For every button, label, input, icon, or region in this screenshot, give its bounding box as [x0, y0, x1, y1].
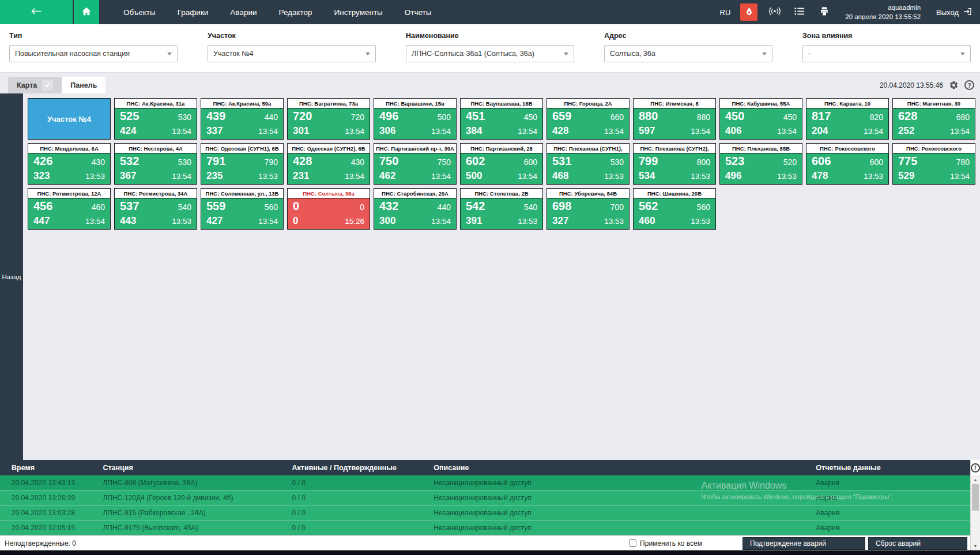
alarm-row[interactable]: 20.04.2020 13:26:39 ЛПНС-120Д4 (Героев 1…	[0, 490, 970, 505]
station-tile[interactable]: ПНС: Уборевича, 84Б 698 700 327 13:53	[546, 188, 630, 230]
station-tile[interactable]: ПНС: Старобинская, 20А 432 440 300 13:54	[374, 188, 457, 230]
station-value-secondary: 496	[725, 170, 741, 182]
back-arrow-icon	[31, 7, 42, 18]
station-value-secondary: 597	[639, 125, 655, 137]
station-value-main: 542	[466, 200, 485, 213]
filter-district-select[interactable]: Участок №4	[208, 45, 376, 62]
station-name: ПНС: Менделеева, 6А	[28, 144, 110, 153]
back-button[interactable]	[0, 0, 73, 24]
group-tile[interactable]: Участок №4	[28, 98, 111, 140]
station-tile[interactable]: ПНС: Ак.Красина, 31а 525 530 424 13:54	[114, 98, 197, 140]
sidebar-back-button[interactable]: Назад	[0, 93, 23, 460]
station-tile[interactable]: ПНС: Багратиона, 73а 720 720 301 13:54	[287, 98, 370, 140]
station-row-2: 406 13:54	[725, 125, 797, 137]
alarm-row[interactable]: 20.04.2020 12:05:15 ЛПНС-9175 (Выготског…	[0, 520, 970, 535]
station-tile[interactable]: ПНС: Кабушкина, 55А 450 450 406 13:54	[719, 98, 802, 140]
station-tile[interactable]: ПНС: Партизанский пр-т, 39А 750 750 462 …	[374, 143, 457, 185]
station-update-time: 13:53	[172, 217, 191, 226]
station-tile[interactable]: ПНС: Одесская (СУГН1), 6Б 791 790 235 13…	[201, 143, 284, 185]
station-tile[interactable]: ПНС: Солтыса, 36а 0 0 0 15:26	[287, 188, 370, 230]
print-button[interactable]	[817, 5, 832, 20]
event-list-button[interactable]	[792, 5, 807, 20]
panel-toolbar: 20.04.2020 13:55:46 ?	[880, 77, 980, 93]
station-tile[interactable]: ПНС: Горовца, 2А 659 660 428 13:54	[546, 98, 630, 140]
station-value-main: 720	[293, 110, 312, 123]
filter-type-select[interactable]: Повысительная насосная станция	[9, 45, 178, 62]
info-icon[interactable]: i	[971, 463, 980, 472]
station-tile[interactable]: ПНС: Менделеева, 6А 426 430 323 13:53	[28, 143, 111, 185]
alarm-row[interactable]: 20.04.2020 13:43:13 ЛПНС-808 (Матусевича…	[0, 475, 970, 490]
menu-item-editor[interactable]: Редактор	[270, 8, 320, 17]
station-value-main: 799	[639, 155, 658, 168]
alarm-time: 20.04.2020 13:43:13	[0, 479, 103, 487]
apply-all-checkbox[interactable]	[629, 539, 636, 547]
station-tile[interactable]: ПНС: Соломенная, ул., 13Б 559 560 427 13…	[201, 188, 284, 230]
top-navbar: Объекты Графики Аварии Редактор Инструме…	[0, 0, 980, 24]
flame-icon	[745, 7, 753, 18]
menu-item-objects[interactable]: Объекты	[115, 8, 164, 17]
station-row-2: 427 13:54	[206, 215, 278, 227]
station-row-2: 235 13:53	[206, 170, 278, 182]
station-tile[interactable]: ПНС: Рокоссовского 775 780 529 13:54	[892, 143, 975, 185]
station-row-2: 327 13:53	[552, 215, 624, 227]
home-button[interactable]	[74, 0, 99, 24]
station-tile[interactable]: ПНС: Плеханова (СУГН2), 799 800 534 13:5…	[633, 143, 716, 185]
confirm-alarms-button[interactable]: Подтверждение аварий	[742, 537, 865, 550]
station-tile[interactable]: ПНС: Партизанский, 28 602 600 500 13:54	[460, 143, 543, 185]
filter-zone-select[interactable]: -	[802, 45, 971, 62]
alarm-station: ЛПНС-120Д4 (Героев 120-й дивизии, 4б)	[103, 494, 292, 502]
station-tile[interactable]: ПНС: Рокоссовского 606 600 478 13:53	[806, 143, 889, 185]
menu-item-tools[interactable]: Инструменты	[326, 8, 391, 17]
active-alarms-button[interactable]	[740, 3, 757, 21]
station-values: 523 520 496 13:53	[720, 153, 802, 184]
station-row-2: 529 13:54	[898, 170, 970, 182]
filter-address-select[interactable]: Солтыса, 36а	[604, 45, 772, 62]
station-name: ПНС: Столетова, 2Б	[461, 189, 542, 198]
reset-alarms-button[interactable]: Сброс аварий	[868, 537, 967, 550]
language-switch[interactable]: RU	[720, 8, 731, 17]
station-tile[interactable]: ПНС: Ваупшасава, 16В 451 450 384 13:54	[460, 98, 543, 140]
logout-button[interactable]: Выход	[936, 7, 972, 18]
station-tile[interactable]: ПНС: Ак.Красина, 59а 439 440 337 13:54	[201, 98, 284, 140]
menu-item-alarms[interactable]: Аварии	[222, 8, 265, 17]
station-tile[interactable]: ПНС: Карвата, 10 817 820 204 13:54	[806, 98, 889, 140]
tab-map[interactable]: Карта ✓	[8, 77, 62, 93]
station-value-secondary: 384	[466, 125, 482, 137]
station-tile[interactable]: ПНС: Варвашени, 15в 496 500 306 13:54	[374, 98, 457, 140]
tab-panel[interactable]: Панель	[62, 77, 105, 93]
bottom-edge-strip	[0, 550, 980, 555]
station-tile[interactable]: ПНС: Шишкина, 20Б 562 560 460 13:53	[633, 188, 716, 230]
station-tile[interactable]: ПНС: Магнитная, 30 628 680 252 13:54	[892, 98, 975, 140]
station-tile[interactable]: ПНС: Ротмистрова, 12А 456 460 447 13:54	[28, 188, 111, 230]
station-name: ПНС: Одесская (СУГН2), 6Б	[288, 144, 370, 153]
station-tile[interactable]: ПНС: Плеханова (СУГН1), 531 530 468 13:5…	[546, 143, 630, 185]
scroll-down-arrow[interactable]: ▼	[971, 542, 980, 550]
station-row-2: 424 13:54	[120, 125, 191, 137]
station-setpoint: 600	[870, 158, 883, 167]
alarm-report-status: Норма	[816, 494, 970, 502]
scrollbar-thumb[interactable]	[972, 484, 979, 511]
user-name: aquaadmin	[845, 3, 921, 12]
station-value-secondary: 462	[379, 170, 395, 182]
station-tile[interactable]: ПНС: Нестерова, 4А 532 530 367 13:54	[114, 143, 197, 185]
station-tile[interactable]: ПНС: Столетова, 2Б 542 540 391 13:53	[460, 188, 543, 230]
menu-item-reports[interactable]: Отчеты	[397, 8, 440, 17]
station-tile[interactable]: ПНС: Одесская (СУГН2), 6Б 428 430 231 13…	[287, 143, 370, 185]
settings-gear-icon[interactable]	[949, 80, 959, 90]
scrollbar-track[interactable]	[971, 484, 980, 542]
scroll-up-arrow[interactable]: ▲	[971, 475, 980, 484]
station-update-time: 13:54	[431, 217, 451, 226]
station-value-main: 428	[293, 155, 312, 168]
station-row-1: 496 500	[379, 110, 451, 123]
station-tile[interactable]: ПНС: Илимская, 8 880 880 597 13:54	[633, 98, 716, 140]
station-tile[interactable]: ПНС: Плеханова, 85Б 523 520 496 13:53	[719, 143, 802, 185]
filter-name-select[interactable]: ЛПНС-Солтыса-36а1 (Солтыса, 36а)	[406, 45, 574, 62]
filter-address: Адрес Солтыса, 36а	[604, 32, 772, 72]
menu-item-charts[interactable]: Графики	[169, 8, 217, 17]
alarm-row[interactable]: 20.04.2020 13:03:28 ЛПНС-815 (Рабкоровск…	[0, 505, 970, 520]
alarm-description: Несанкционированный доступ	[434, 509, 816, 517]
broadcast-button[interactable]	[767, 5, 782, 20]
station-update-time: 13:54	[950, 127, 970, 136]
help-icon[interactable]: ?	[964, 80, 974, 90]
station-tile[interactable]: ПНС: Ротмистрова, 34А 537 540 443 13:53	[114, 188, 197, 230]
